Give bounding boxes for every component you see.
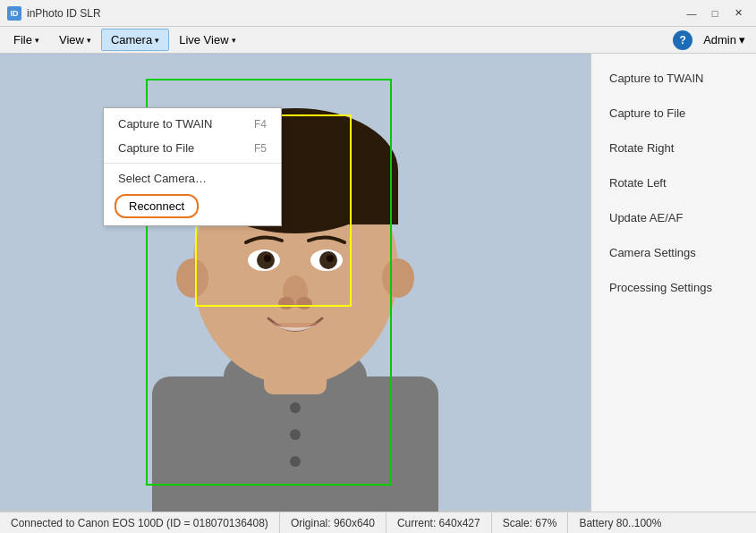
dropdown-capture-twain-shortcut: F4	[254, 118, 267, 131]
status-battery: Battery 80..100%	[568, 512, 672, 533]
camera-area: Capture to TWAIN F4 Capture to File F5 S…	[0, 54, 590, 512]
admin-label: Admin	[703, 33, 736, 47]
app-icon: ID	[7, 6, 21, 21]
dropdown-capture-twain-label: Capture to TWAIN	[118, 117, 212, 131]
statusbar: Connected to Canon EOS 100D (ID = 018070…	[0, 512, 756, 533]
photo-background	[0, 54, 590, 512]
panel-capture-file[interactable]: Capture to File	[591, 96, 756, 131]
titlebar-left: ID inPhoto ID SLR	[7, 6, 101, 21]
menubar: File ▾ View ▾ Camera ▾ Live View ▾ ? Adm…	[0, 27, 756, 54]
status-connection: Connected to Canon EOS 100D (ID = 018070…	[0, 512, 280, 533]
panel-processing-settings[interactable]: Processing Settings	[591, 270, 756, 305]
panel-capture-twain[interactable]: Capture to TWAIN	[591, 61, 756, 96]
close-button[interactable]: ✕	[727, 4, 749, 22]
panel-update-aeaf[interactable]: Update AE/AF	[591, 200, 756, 235]
menu-view-arrow: ▾	[87, 36, 91, 45]
camera-dropdown: Capture to TWAIN F4 Capture to File F5 S…	[103, 107, 282, 226]
svg-point-17	[264, 255, 271, 262]
dropdown-select-camera-label: Select Camera…	[118, 172, 207, 185]
window-controls: — □ ✕	[681, 4, 749, 22]
main-content: Capture to TWAIN F4 Capture to File F5 S…	[0, 54, 756, 512]
dropdown-capture-file-shortcut: F5	[254, 142, 267, 155]
dropdown-capture-file-label: Capture to File	[118, 141, 194, 155]
status-original: Original: 960x640	[280, 512, 386, 533]
status-current: Current: 640x427	[386, 512, 492, 533]
svg-point-20	[278, 297, 294, 309]
minimize-button[interactable]: —	[681, 4, 702, 22]
svg-point-6	[290, 456, 301, 467]
menubar-items: File ▾ View ▾ Camera ▾ Live View ▾	[4, 29, 246, 51]
dropdown-capture-twain[interactable]: Capture to TWAIN F4	[104, 112, 281, 136]
right-panel: Capture to TWAIN Capture to File Rotate …	[590, 54, 756, 512]
dropdown-reconnect-wrapper: Reconnect	[104, 190, 281, 222]
status-battery-text: Battery 80..100%	[579, 517, 661, 529]
status-scale-text: Scale: 67%	[503, 517, 557, 529]
menu-camera[interactable]: Camera ▾	[101, 29, 169, 51]
svg-point-11	[176, 258, 208, 298]
dropdown-reconnect[interactable]: Reconnect	[115, 194, 199, 218]
svg-point-18	[327, 255, 334, 262]
panel-rotate-right[interactable]: Rotate Right	[591, 131, 756, 165]
menubar-right: ? Admin ▾	[673, 30, 752, 50]
admin-button[interactable]: Admin ▾	[696, 30, 752, 49]
dropdown-separator	[104, 163, 281, 164]
menu-file-label: File	[13, 33, 32, 47]
help-button[interactable]: ?	[673, 30, 692, 50]
dropdown-select-camera[interactable]: Select Camera…	[104, 166, 281, 190]
titlebar: ID inPhoto ID SLR — □ ✕	[0, 0, 756, 27]
dropdown-capture-file[interactable]: Capture to File F5	[104, 136, 281, 160]
menu-file[interactable]: File ▾	[4, 29, 49, 51]
menu-liveview[interactable]: Live View ▾	[169, 29, 245, 51]
svg-point-21	[296, 297, 312, 309]
panel-rotate-left[interactable]: Rotate Left	[591, 165, 756, 200]
status-connection-text: Connected to Canon EOS 100D (ID = 018070…	[11, 517, 268, 529]
svg-point-4	[290, 402, 301, 413]
status-original-text: Original: 960x640	[291, 517, 375, 529]
menu-view[interactable]: View ▾	[49, 29, 101, 51]
menu-view-label: View	[59, 33, 84, 47]
panel-camera-settings[interactable]: Camera Settings	[591, 235, 756, 270]
maximize-button[interactable]: □	[704, 4, 726, 22]
menu-camera-label: Camera	[111, 33, 152, 47]
menu-camera-arrow: ▾	[155, 36, 159, 45]
menu-liveview-arrow: ▾	[232, 36, 236, 45]
svg-point-12	[382, 258, 414, 298]
svg-point-5	[290, 429, 301, 440]
person-image	[0, 54, 590, 512]
status-scale: Scale: 67%	[492, 512, 569, 533]
menu-liveview-label: Live View	[179, 33, 228, 47]
status-current-text: Current: 640x427	[397, 517, 480, 529]
admin-arrow: ▾	[739, 33, 745, 47]
menu-file-arrow: ▾	[35, 36, 39, 45]
app-title: inPhoto ID SLR	[27, 7, 101, 20]
dropdown-reconnect-label: Reconnect	[129, 199, 184, 213]
